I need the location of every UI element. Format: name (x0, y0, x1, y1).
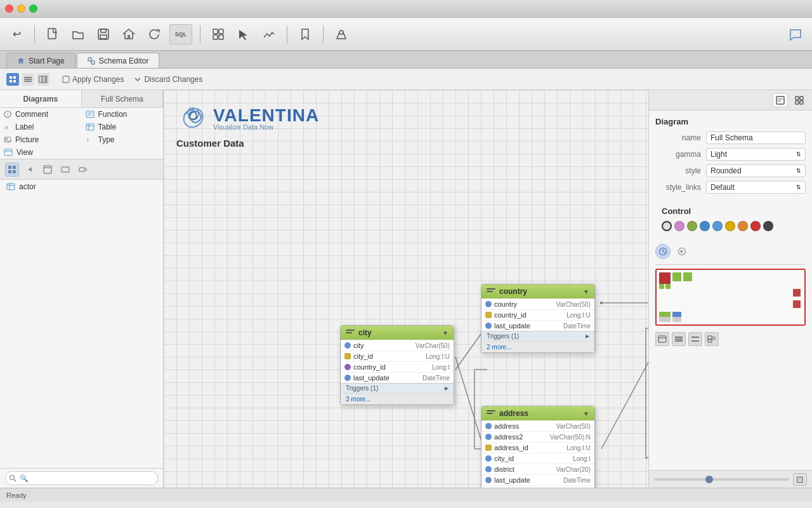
layout-btn-1[interactable] (655, 332, 669, 346)
sidebar-search-area (0, 468, 163, 488)
view-tab-history[interactable] (674, 244, 690, 259)
close-button[interactable] (5, 4, 13, 13)
bookmark-button[interactable] (295, 24, 315, 44)
table-country-row-country[interactable]: country VarChar(50) (481, 298, 594, 309)
sidebar-tool-list[interactable] (58, 163, 72, 177)
right-panel-tab-properties[interactable] (773, 93, 788, 107)
svg-rect-39 (8, 170, 11, 173)
table-country-row-country-id[interactable]: country_id Long:I:U (481, 309, 594, 320)
new-file-button[interactable] (43, 24, 63, 44)
pin-button[interactable] (331, 24, 351, 44)
sidebar-item-picture[interactable]: Picture (0, 133, 82, 146)
canvas[interactable]: VALENTINA Visualize Data Now Customer Da… (164, 90, 648, 488)
apply-changes-button[interactable]: Apply Changes (62, 75, 124, 84)
prop-value-style[interactable]: Rounded ⇅ (706, 164, 806, 177)
swatch-red[interactable] (750, 221, 761, 231)
svg-text:T: T (86, 138, 89, 144)
svg-line-61 (646, 449, 648, 458)
sidebar-item-label[interactable]: A Label (0, 121, 82, 133)
discard-changes-button[interactable]: Discard Changes (134, 75, 202, 84)
right-panel-tab-layout[interactable] (792, 93, 807, 107)
sidebar-tab-full-schema[interactable]: Full Schema (82, 90, 164, 107)
undo-button[interactable]: ↩ (6, 24, 27, 44)
table-country-triggers[interactable]: Triggers (1) ▶ (481, 331, 594, 341)
view-icon-grid[interactable] (6, 73, 19, 86)
table-address-row-address-id[interactable]: address_id Long:I:U (481, 442, 594, 453)
swatch-purple-light[interactable] (674, 221, 684, 231)
sidebar-item-comment[interactable]: ! Comment (0, 108, 82, 121)
minimap-node-10 (672, 317, 681, 322)
layout-btn-2[interactable] (672, 332, 686, 346)
tab-start-page[interactable]: Start Page (6, 53, 75, 68)
table-address-row-district[interactable]: district VarChar(20) (481, 464, 594, 474)
table-address-row-city-id[interactable]: city_id Long:I (481, 453, 594, 464)
table-address-row-phone[interactable]: phone VarChar(20) (481, 485, 594, 488)
minimap (655, 269, 806, 326)
table-city-more[interactable]: 3 more... (341, 393, 454, 404)
diagram-properties: Diagram name Full Schema gamma Light ⇅ s… (655, 117, 806, 194)
table-city-row-last-update[interactable]: last_update DateTime (341, 372, 454, 383)
table-city-dropdown[interactable]: ▼ (442, 330, 449, 337)
zoom-thumb[interactable] (705, 476, 713, 483)
swatch-blue[interactable] (700, 221, 710, 231)
table-address-row-last-update[interactable]: last_update DateTime (481, 474, 594, 485)
sidebar-tool-collapse[interactable] (76, 163, 90, 177)
sidebar-tool-grid[interactable] (5, 163, 19, 177)
prop-value-gamma[interactable]: Light ⇅ (706, 148, 806, 161)
zoom-slider[interactable] (654, 478, 789, 481)
svg-point-9 (339, 30, 343, 34)
swatch-green[interactable] (687, 221, 697, 231)
table-country[interactable]: country ▼ country VarChar(50) country_id… (481, 284, 595, 353)
sidebar-item-table[interactable]: Table (82, 121, 164, 133)
table-city-triggers[interactable]: Triggers (1) ▶ (341, 383, 454, 393)
table-country-row-last-update[interactable]: last_update DateTime (481, 320, 594, 331)
title-bar (0, 0, 812, 18)
table-city-row-city-id[interactable]: city_id Long:I:U (341, 351, 454, 361)
prop-value-style-links[interactable]: Default ⇅ (706, 181, 806, 194)
minimap-node-9 (659, 317, 671, 322)
chat-button[interactable] (785, 24, 806, 44)
expand-canvas-button[interactable]: ⊡ (793, 473, 807, 486)
sidebar-item-view[interactable]: View (0, 146, 82, 159)
sidebar-tree-item-actor[interactable]: actor (0, 180, 163, 194)
layout-btn-4[interactable] (705, 332, 719, 346)
save-button[interactable] (93, 24, 114, 44)
open-folder-button[interactable] (68, 24, 88, 44)
select-button[interactable] (233, 24, 254, 44)
table-address-row-address2[interactable]: address2 VarChar(50):N (481, 431, 594, 442)
swatch-white[interactable] (662, 221, 672, 231)
swatch-blue-mid[interactable] (712, 221, 723, 231)
table-address-row-address[interactable]: address VarChar(50) (481, 420, 594, 431)
maximize-button[interactable] (29, 4, 37, 13)
view-icon-list[interactable] (22, 73, 34, 86)
dashboard-button[interactable] (259, 24, 279, 44)
svg-rect-15 (13, 80, 16, 83)
sidebar-item-function[interactable]: Function (82, 108, 164, 121)
swatch-dark[interactable] (763, 221, 773, 231)
table-address[interactable]: address ▼ address VarChar(50) address2 V… (481, 406, 595, 488)
sidebar-tool-table-list[interactable] (41, 163, 55, 177)
swatch-orange[interactable] (738, 221, 748, 231)
minimize-button[interactable] (17, 4, 25, 13)
sidebar-item-type[interactable]: T Type (82, 133, 164, 146)
tab-schema-editor[interactable]: Schema Editor (77, 53, 160, 68)
layout-button[interactable] (208, 24, 228, 44)
table-country-dropdown[interactable]: ▼ (583, 288, 589, 295)
table-city-row-city[interactable]: city VarChar(50) (341, 340, 454, 351)
home-button[interactable] (119, 24, 139, 44)
search-input[interactable] (5, 471, 158, 485)
swatch-yellow[interactable] (725, 221, 735, 231)
view-icon-columns[interactable] (37, 73, 49, 86)
refresh-button[interactable] (144, 24, 164, 44)
sidebar-tool-link[interactable] (23, 163, 37, 177)
right-panel: Diagram name Full Schema gamma Light ⇅ s… (648, 90, 812, 488)
table-city-row-country-id[interactable]: country_id Long:I (341, 361, 454, 372)
view-tab-sync[interactable] (655, 244, 671, 259)
table-address-dropdown[interactable]: ▼ (583, 410, 589, 417)
sql-button[interactable]: SQL (169, 24, 192, 44)
svg-rect-38 (13, 166, 16, 169)
layout-btn-3[interactable] (688, 332, 702, 346)
sidebar-tab-diagrams[interactable]: Diagrams (0, 90, 82, 107)
table-city[interactable]: city ▼ city VarChar(50) city_id Long:I:U… (340, 325, 454, 405)
table-country-more[interactable]: 2 more... (481, 341, 594, 352)
